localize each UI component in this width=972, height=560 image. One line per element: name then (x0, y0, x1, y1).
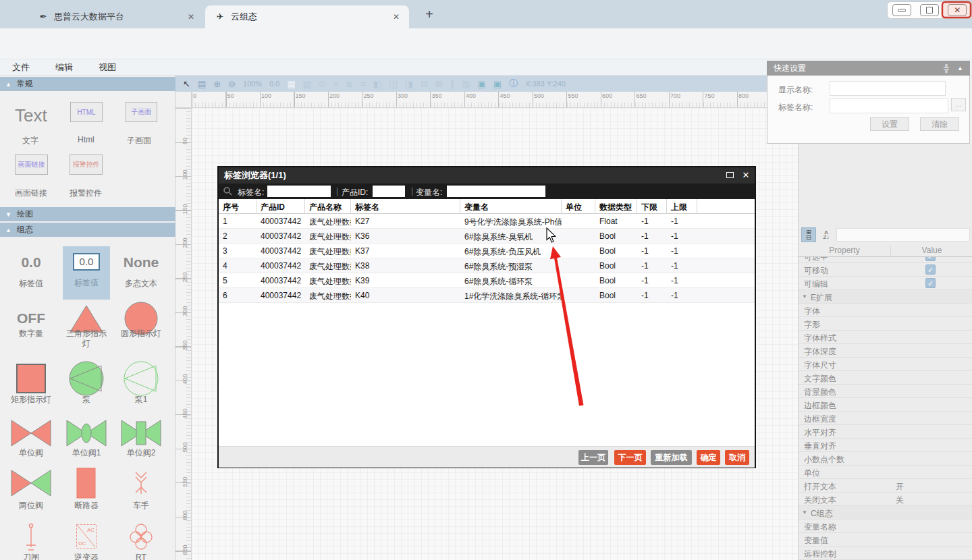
widget-circle-indicator[interactable]: 圆形指示灯 (117, 301, 165, 350)
tag-search-input[interactable] (267, 186, 331, 197)
widget-subscreen[interactable]: 子画面 (126, 102, 157, 122)
widget-pump[interactable]: 泵 (63, 360, 110, 416)
section-header-drawing[interactable]: ▼ 绘图 (0, 207, 176, 221)
product-id-input[interactable] (373, 186, 405, 197)
distribute-h-icon[interactable]: ∥ (450, 79, 455, 89)
tab-cloud-scada[interactable]: ✈ 云组态 ✕ (205, 5, 409, 28)
property-row-小数点个数[interactable]: 小数点个数 (799, 452, 972, 466)
checkbox-checked-icon[interactable]: ✓ (925, 264, 936, 275)
copy-icon[interactable]: ▧ (303, 79, 311, 89)
table-row[interactable]: 2400037442废气处理数据采K366#除臭系统-臭氧机Bool-1-1 (219, 229, 755, 244)
widget-valve-green-rect[interactable]: 单位阀2 (117, 418, 165, 470)
widget-html[interactable]: HTML (70, 102, 103, 122)
next-page-button[interactable]: 下一页 (614, 450, 646, 465)
property-row-可选中[interactable]: 可选中✓ (799, 257, 972, 263)
widget-rect-indicator[interactable]: 矩形指示灯 (7, 360, 55, 416)
property-row-字体尺寸[interactable]: 字体尺寸 (799, 358, 972, 371)
menu-item-编辑[interactable]: 编辑 (55, 61, 86, 74)
widget-text-preview[interactable]: Text (15, 105, 47, 126)
property-row-水平对齐[interactable]: 水平对齐 (799, 425, 972, 439)
menu-item-视图[interactable]: 视图 (99, 61, 130, 74)
checkbox-checked-icon[interactable]: ✓ (925, 278, 936, 288)
same-width-icon[interactable]: ⊟ (421, 79, 428, 89)
widget-inverter[interactable]: ACDC逆变器 (63, 521, 110, 560)
dialog-maximize-icon[interactable] (726, 172, 734, 178)
property-row-可移动[interactable]: 可移动✓ (799, 263, 972, 277)
property-row-垂直对齐[interactable]: 垂直对齐 (799, 439, 972, 452)
property-row-远程控制[interactable]: 远程控制 (799, 547, 972, 560)
tag-name-input[interactable] (830, 99, 948, 113)
property-row-字形[interactable]: 字形 (799, 317, 972, 331)
align-center-icon[interactable]: ≣ (346, 79, 354, 89)
section-header-scada[interactable]: ▲ 组态 (0, 223, 176, 237)
zoom-area-icon[interactable]: ⊙ (319, 79, 326, 89)
widget-tag-value-text[interactable]: 0.0标签值 (7, 247, 55, 300)
distribute-v-icon[interactable]: ▥ (462, 79, 470, 89)
dialog-titlebar[interactable]: 标签浏览器(1/1) ✕ (219, 167, 755, 184)
save-icon[interactable]: ▤ (198, 79, 206, 89)
table-row[interactable]: 5400037442废气处理数据采K396#除臭系统-循环泵Bool-1-1 (219, 273, 755, 288)
property-row-字体[interactable]: 字体 (799, 304, 972, 317)
align-bottom-icon[interactable]: ◨ (405, 79, 413, 89)
widget-breaker-rect[interactable]: 断路器 (63, 467, 110, 522)
widget-arrow-symbol[interactable]: 车手 (117, 467, 165, 522)
pointer-coordinates[interactable]: X:383 Y:240 (525, 80, 566, 88)
widget-digital-value[interactable]: OFF数字量 (7, 301, 55, 350)
variable-name-input[interactable] (447, 186, 545, 197)
table-row[interactable]: 1400037442废气处理数据采K279号化学洗涤除臭系统-Ph值Float-… (219, 214, 755, 229)
section-header-general[interactable]: ▲ 常规 (0, 77, 176, 91)
select-cursor-icon[interactable]: ↖ (183, 79, 190, 89)
confirm-button[interactable]: 确定 (697, 450, 720, 465)
quick-settings-header[interactable]: 快速设置 ╬ ▲ (767, 61, 970, 76)
widget-pump-outline[interactable]: 泵1 (117, 360, 165, 416)
property-row-变量名称[interactable]: 变量名称 (799, 520, 972, 533)
categorize-icon[interactable]: ⊞⊟ (801, 227, 816, 242)
cancel-button[interactable]: 取消 (725, 450, 749, 465)
menu-item-文件[interactable]: 文件 (12, 61, 43, 74)
widget-alarm-control[interactable]: 报警控件 (70, 155, 103, 175)
tab-close-icon[interactable]: ✕ (390, 11, 402, 23)
align-left-icon[interactable]: ≡ (333, 79, 339, 89)
property-group-C组态[interactable]: ▼C组态 (799, 506, 972, 520)
widget-multi-text[interactable]: None多态文本 (117, 247, 165, 300)
same-height-icon[interactable]: ⊞ (435, 79, 443, 89)
widget-tag-value-boxed[interactable]: 0.0标签值 (63, 246, 110, 300)
maximize-button[interactable] (920, 4, 939, 16)
zoom-step[interactable]: 0.0 (269, 80, 279, 88)
property-row-变量值[interactable]: 变量值 (799, 533, 972, 547)
reload-button[interactable]: 重新加载 (651, 450, 692, 465)
sort-az-icon[interactable]: AZ↓ (819, 227, 834, 242)
new-tab-button[interactable]: + (421, 7, 437, 23)
widget-valve-red[interactable]: 单位阀 (7, 418, 55, 470)
tab-dashboard[interactable]: ✒ 思普云大数据平台 ✕ (28, 5, 204, 28)
display-name-input[interactable] (830, 81, 946, 96)
property-row-可编辑[interactable]: 可编辑✓ (799, 277, 972, 290)
property-row-背景颜色[interactable]: 背景颜色 (799, 385, 972, 398)
widget-triangle-indicator[interactable]: 三角形指示灯 (63, 301, 110, 350)
grid-toggle-icon[interactable]: ▦ (287, 79, 295, 89)
property-row-边框宽度[interactable]: 边框宽度 (799, 412, 972, 425)
table-row[interactable]: 3400037442废气处理数据采K376#除臭系统-负压风机Bool-1-1 (219, 244, 755, 258)
widget-valve-two-color[interactable]: 两位阀 (7, 467, 55, 522)
widget-flower[interactable]: RT (117, 521, 165, 560)
property-filter-input[interactable] (836, 228, 970, 242)
property-row-打开文本[interactable]: 打开文本开 (799, 479, 972, 493)
clear-button[interactable]: 清除 (920, 117, 959, 131)
property-row-边框颜色[interactable]: 边框颜色 (799, 398, 972, 412)
table-row[interactable]: 4400037442废气处理数据采K386#除臭系统-预湿泵Bool-1-1 (219, 258, 755, 273)
property-row-字体深度[interactable]: 字体深度 (799, 344, 972, 358)
dialog-close-icon[interactable]: ✕ (740, 169, 752, 181)
property-row-文字颜色[interactable]: 文字颜色 (799, 371, 972, 385)
align-top-icon[interactable]: ◧ (373, 79, 381, 89)
property-group-E扩展[interactable]: ▼E扩展 (799, 290, 972, 304)
align-right-icon[interactable]: ≡ (360, 79, 366, 89)
dock-icon[interactable]: ╬ (944, 64, 949, 72)
info-icon[interactable]: ⓘ (509, 78, 518, 90)
preview-screen-icon[interactable]: ▣ (478, 79, 486, 89)
publish-screen-icon[interactable]: ▣ (493, 79, 502, 89)
align-middle-icon[interactable]: ◫ (389, 79, 397, 89)
zoom-level[interactable]: 100% (243, 80, 262, 88)
zoom-out-icon[interactable]: ⊖ (228, 79, 236, 89)
collapse-icon[interactable]: ▲ (957, 65, 963, 72)
close-button[interactable]: ✕ (948, 4, 967, 16)
